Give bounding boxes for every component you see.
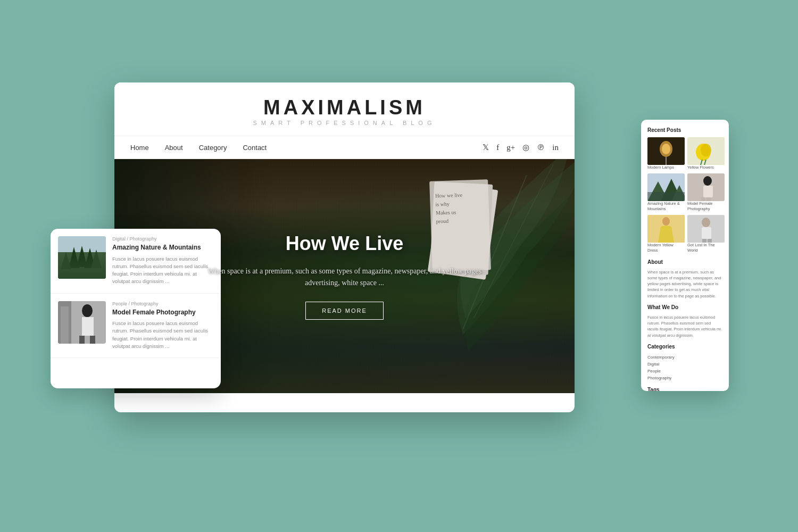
sidebar-mockup: Recent Posts Modern Lamps <box>641 120 729 391</box>
thumb-mountains-image[interactable] <box>647 173 685 201</box>
nav-contact[interactable]: Contact <box>243 144 267 152</box>
recent-post-label-mountains[interactable]: Amazing Nature & Mountains <box>647 201 685 212</box>
category-photography[interactable]: Photography <box>647 375 722 381</box>
svg-rect-14 <box>79 336 85 344</box>
svg-rect-15 <box>90 336 95 344</box>
sidebar-about-title: About <box>647 259 722 265</box>
svg-rect-39 <box>702 227 711 239</box>
facebook-icon[interactable]: f <box>496 143 499 152</box>
post-trees-image <box>58 236 106 279</box>
recent-post-thumb-yellow-dress: Modern Yellow Dress <box>647 215 685 254</box>
flowers-svg <box>687 137 725 165</box>
site-subtitle: SMART PROFESSIONAL BLOG <box>114 120 575 126</box>
svg-point-36 <box>662 217 670 226</box>
sidebar-recent-posts-title: Recent Posts <box>647 127 722 133</box>
category-people[interactable]: People <box>647 368 722 375</box>
recent-post-label-man[interactable]: Got Lost In The World <box>687 243 725 254</box>
nav-category[interactable]: Category <box>199 144 227 152</box>
svg-rect-29 <box>647 192 685 201</box>
svg-point-18 <box>662 144 670 154</box>
nav-links: Home About Category Contact <box>130 144 267 152</box>
nav-about[interactable]: About <box>165 144 183 152</box>
sidebar-what-we-do-text: Fusce in lacus posuere lacus euismod rut… <box>647 314 722 338</box>
hero-content: How We Live When space is at a premium, … <box>185 232 504 320</box>
linkedin-icon[interactable]: in <box>552 143 559 152</box>
hero-text: When space is at a premium, such as some… <box>206 265 483 289</box>
svg-rect-40 <box>702 239 706 243</box>
recent-post-thumb-flowers: Yellow Flowers <box>687 137 725 171</box>
sidebar-categories-title: Categories <box>647 344 722 350</box>
tablet-post-img-1 <box>58 236 106 279</box>
svg-point-31 <box>703 176 712 186</box>
hero-title: How We Live <box>206 232 483 255</box>
category-contemporary[interactable]: Contemporary <box>647 354 722 361</box>
nav-social: 𝕏 f g+ ◎ ℗ in <box>483 143 559 152</box>
instagram-icon[interactable]: ◎ <box>522 143 529 152</box>
thumb-flowers-image[interactable] <box>687 137 725 165</box>
svg-rect-34 <box>706 197 711 201</box>
svg-rect-2 <box>58 236 106 279</box>
svg-rect-11 <box>61 306 69 344</box>
man-svg <box>687 215 725 243</box>
twitter-icon[interactable]: 𝕏 <box>483 143 489 152</box>
svg-point-38 <box>702 218 710 227</box>
svg-marker-7 <box>61 252 71 269</box>
recent-post-thumb-lamp: Modern Lamps <box>647 137 685 171</box>
category-digital[interactable]: Digital <box>647 361 722 368</box>
tablet-post-img-2 <box>58 301 106 344</box>
hero-read-more-button[interactable]: READ MORE <box>305 302 384 320</box>
sidebar-tags-title: Tags <box>647 387 722 391</box>
svg-rect-33 <box>701 197 705 201</box>
recent-post-label-lamp[interactable]: Modern Lamps <box>647 165 685 171</box>
svg-point-12 <box>82 304 93 317</box>
svg-rect-3 <box>58 252 106 279</box>
mountains-svg <box>647 173 685 201</box>
svg-rect-32 <box>703 186 713 197</box>
recent-post-thumb-model: Model Female Photography <box>687 173 725 212</box>
recent-post-thumb-mountains: Amazing Nature & Mountains <box>647 173 685 212</box>
pinterest-icon[interactable]: ℗ <box>537 143 545 152</box>
svg-point-22 <box>701 144 711 156</box>
yellow-dress-svg <box>647 215 685 243</box>
nav-home[interactable]: Home <box>130 144 149 152</box>
model-svg <box>687 173 725 201</box>
recent-post-label-model[interactable]: Model Female Photography <box>687 201 725 212</box>
recent-posts-grid: Modern Lamps Yellow Flowers <box>647 137 722 254</box>
sidebar-about-text: When space is at a premium, such as some… <box>647 269 722 299</box>
recent-post-thumb-man: Got Lost In The World <box>687 215 725 254</box>
lamp-svg <box>647 137 685 165</box>
site-header: MAXIMALISM SMART PROFESSIONAL BLOG <box>114 82 575 136</box>
thumb-yellow-dress-image[interactable] <box>647 215 685 243</box>
trees-svg <box>58 236 106 279</box>
svg-rect-13 <box>82 317 94 336</box>
site-title: MAXIMALISM <box>114 97 575 118</box>
site-nav: Home About Category Contact 𝕏 f g+ ◎ ℗ i… <box>114 136 575 159</box>
recent-post-label-flowers[interactable]: Yellow Flowers <box>687 165 725 171</box>
thumb-man-image[interactable] <box>687 215 725 243</box>
sidebar-what-we-do-title: What We Do <box>647 304 722 310</box>
sidebar-categories-list: Contemporary Digital People Photography <box>647 354 722 381</box>
google-plus-icon[interactable]: g+ <box>506 143 515 152</box>
svg-rect-41 <box>708 239 712 243</box>
recent-post-label-yellow-dress[interactable]: Modern Yellow Dress <box>647 243 685 254</box>
thumb-lamp-image[interactable] <box>647 137 685 165</box>
woman-svg <box>58 301 106 344</box>
thumb-model-image[interactable] <box>687 173 725 201</box>
post-excerpt-2: Fusce in lacus posuere lacus euismod rut… <box>112 320 213 350</box>
